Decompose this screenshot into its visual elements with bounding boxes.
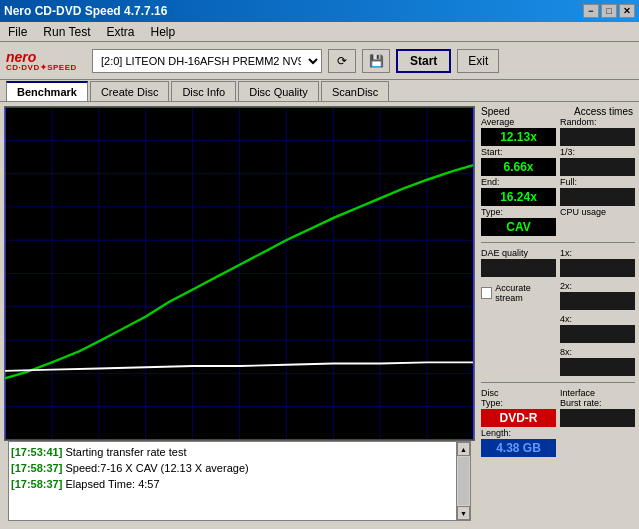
average-value: 12.13x [481,128,556,146]
logo-sub: CD·DVD✦SPEED [6,64,77,72]
onethird-label: 1/3: [560,147,635,157]
cpu-4x-row: 4x: [481,314,635,344]
log-text-2: Elapsed Time: 4:57 [65,478,159,490]
menu-file[interactable]: File [4,23,31,41]
start-button[interactable]: Start [396,49,451,73]
end-label: End: [481,177,556,187]
accurate-stream-checkbox[interactable] [481,287,492,299]
cpu-4x-value [560,325,635,343]
cpu-4x-col: 4x: [560,314,635,344]
title-text: Nero CD-DVD Speed 4.7.7.16 [4,4,167,18]
dae-value [481,259,556,277]
log-text-1: Speed:7-16 X CAV (12.13 X average) [65,462,248,474]
menu-help[interactable]: Help [147,23,180,41]
accurate-col: Accurate stream [481,281,556,311]
side-panel: Speed Access times Average 12.13x Random… [479,102,639,529]
speed-section: Speed Access times Average 12.13x Random… [481,106,635,237]
log-entry-0: [17:53:41] Starting transfer rate test [11,444,454,460]
menu-extra[interactable]: Extra [102,23,138,41]
disc-type-value: DVD-R [481,409,556,427]
disc-label: Disc [481,388,556,398]
tab-scan-disc[interactable]: ScanDisc [321,81,389,101]
menu-bar: File Run Test Extra Help [0,22,639,42]
speed-start-row: Start: 6.66x 1/3: [481,147,635,177]
chart-container: 20 X 16 X 12 X 8 X 4 X 24 20 16 12 8 4 [4,106,475,441]
close-button[interactable]: ✕ [619,4,635,18]
speed-average-col: Average 12.13x [481,117,556,147]
cpu-label: CPU usage [560,207,635,217]
cpu-1x-label: 1x: [560,248,635,258]
access-times-label: Access times [559,106,635,117]
cpu-8x-value [560,358,635,376]
full-col: Full: [560,177,635,207]
disc-type-label: Type: [481,398,556,408]
random-label: Random: [560,117,635,127]
dae-col: DAE quality [481,248,556,278]
type-label: Type: [481,207,556,217]
drive-selector[interactable]: [2:0] LITEON DH-16AFSH PREMM2 NV9T [92,49,322,73]
cpu-4x-label: 4x: [560,314,635,324]
accurate-cpu2x-row: Accurate stream 2x: [481,281,635,311]
maximize-button[interactable]: □ [601,4,617,18]
speed-header: Speed Access times [481,106,635,117]
dae-label: DAE quality [481,248,556,258]
accurate-stream-label: Accurate stream [495,283,556,303]
average-label: Average [481,117,556,127]
burst-rate-label: Burst rate: [560,398,635,408]
minimize-button[interactable]: − [583,4,599,18]
title-buttons: − □ ✕ [583,4,635,18]
start-label: Start: [481,147,556,157]
tab-create-disc[interactable]: Create Disc [90,81,169,101]
cpu-col: CPU usage [560,207,635,237]
log-timestamp-2: [17:58:37] [11,478,62,490]
log-scrollbar[interactable]: ▲ ▼ [457,441,471,521]
cpu-8x-col: 8x: [560,347,635,377]
log-entry-2: [17:58:37] Elapsed Time: 4:57 [11,476,454,492]
title-bar: Nero CD-DVD Speed 4.7.7.16 − □ ✕ [0,0,639,22]
menu-run-test[interactable]: Run Test [39,23,94,41]
empty-col [481,314,556,344]
type-col: Type: CAV [481,207,556,237]
disc-length-label: Length: [481,428,556,438]
cpu-1x-col: 1x: [560,248,635,278]
end-col: End: 16.24x [481,177,556,207]
scroll-thumb[interactable] [458,457,469,505]
type-value: CAV [481,218,556,236]
disc-length-value: 4.38 GB [481,439,556,457]
interface-label: Interface [560,388,635,398]
cpu-8x-row: 8x: [481,347,635,377]
random-value [560,128,635,146]
log-text-0: Starting transfer rate test [65,446,186,458]
log-area: [17:53:41] Starting transfer rate test [… [8,441,457,521]
end-value: 16.24x [481,188,556,206]
cpu-1x-value [560,259,635,277]
tab-disc-info[interactable]: Disc Info [171,81,236,101]
cpu-2x-col: 2x: [560,281,635,311]
disc-interface-row: Disc Type: DVD-R Length: 4.38 GB Interfa… [481,388,635,458]
log-timestamp-1: [17:58:37] [11,462,62,474]
empty-col2 [481,347,556,377]
speed-label: Speed [481,106,555,117]
scroll-up-arrow[interactable]: ▲ [457,442,470,456]
tab-bar: Benchmark Create Disc Disc Info Disc Qua… [0,80,639,102]
onethird-value [560,158,635,176]
logo-nero: nero [6,50,36,64]
start-value: 6.66x [481,158,556,176]
exit-button[interactable]: Exit [457,49,499,73]
chart-svg: 20 X 16 X 12 X 8 X 4 X 24 20 16 12 8 4 [5,107,474,440]
log-timestamp-0: [17:53:41] [11,446,62,458]
speed-average-row: Average 12.13x Random: [481,117,635,147]
scroll-down-arrow[interactable]: ▼ [457,506,470,520]
random-col: Random: [560,117,635,147]
toolbar-save-button[interactable]: 💾 [362,49,390,73]
toolbar-refresh-button[interactable]: ⟳ [328,49,356,73]
speed-type-row: Type: CAV CPU usage [481,207,635,237]
tab-benchmark[interactable]: Benchmark [6,81,88,101]
main-content: 20 X 16 X 12 X 8 X 4 X 24 20 16 12 8 4 [0,102,639,529]
burst-rate-value [560,409,635,427]
cpu-2x-label: 2x: [560,281,635,291]
accurate-stream-area: Accurate stream [481,283,556,303]
tab-disc-quality[interactable]: Disc Quality [238,81,319,101]
start-col: Start: 6.66x [481,147,556,177]
logo: nero CD·DVD✦SPEED [6,44,86,78]
